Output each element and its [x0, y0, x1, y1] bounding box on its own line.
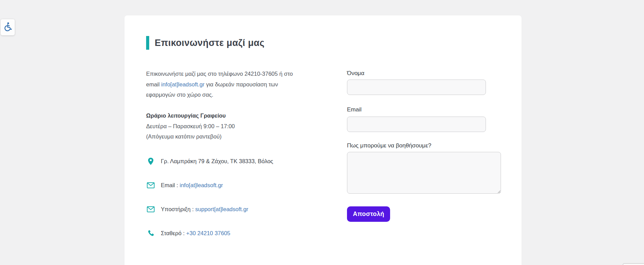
heading-accent-bar [146, 36, 149, 50]
phone-label: Σταθερό : [161, 230, 186, 236]
email-label: Email : [161, 182, 180, 188]
office-hours-line2: (Απόγευμα κατόπιν ραντεβού) [146, 131, 303, 142]
intro-email-link[interactable]: info[at]leadsoft.gr [161, 81, 205, 87]
message-field-label: Πως μπορούμε να βοηθήσουμε? [347, 142, 431, 149]
contact-row-phone: Σταθερό : +30 24210 37605 [146, 228, 230, 238]
contact-row-email: Email : info[at]leadsoft.gr [146, 180, 223, 190]
message-textarea[interactable] [347, 152, 501, 194]
location-pin-icon [146, 157, 155, 166]
phone-link[interactable]: +30 24210 37605 [186, 230, 230, 236]
email-link[interactable]: info[at]leadsoft.gr [180, 182, 223, 188]
submit-button[interactable]: Αποστολή [347, 206, 390, 222]
section-heading: Επικοινωνήστε μαζί μας [146, 36, 265, 50]
name-field-label: Όνομα [347, 70, 364, 77]
wheelchair-icon [3, 22, 12, 33]
intro-paragraph: Επικοινωνήστε μαζί μας στο τηλέφωνο 2421… [146, 69, 303, 100]
accessibility-widget-button[interactable] [1, 19, 15, 35]
contact-row-support: Υποστήριξη : support[at]leadsoft.gr [146, 204, 248, 214]
email-field-label: Email [347, 106, 362, 113]
envelope-icon [146, 205, 155, 214]
office-hours-title: Ωράριο λειτουργίας Γραφείου [146, 110, 303, 121]
contact-row-address: Γρ. Λαμπράκη 79 & Ζάχου, ΤΚ 38333, Βόλος [146, 156, 273, 166]
envelope-icon [146, 181, 155, 190]
support-label: Υποστήριξη : [161, 206, 195, 212]
contact-card: Επικοινωνήστε μαζί μας Επικοινωνήστε μαζ… [125, 15, 521, 265]
page-title: Επικοινωνήστε μαζί μας [155, 38, 265, 48]
office-hours-line1: Δευτέρα – Παρασκευή 9:00 – 17:00 [146, 121, 303, 132]
email-input[interactable] [347, 117, 486, 132]
address-text: Γρ. Λαμπράκη 79 & Ζάχου, ΤΚ 38333, Βόλος [161, 158, 273, 165]
name-input[interactable] [347, 80, 486, 95]
phone-icon [146, 229, 155, 238]
support-link[interactable]: support[at]leadsoft.gr [195, 206, 248, 212]
office-hours: Ωράριο λειτουργίας Γραφείου Δευτέρα – Πα… [146, 110, 303, 142]
corner-peek-element [623, 263, 644, 265]
